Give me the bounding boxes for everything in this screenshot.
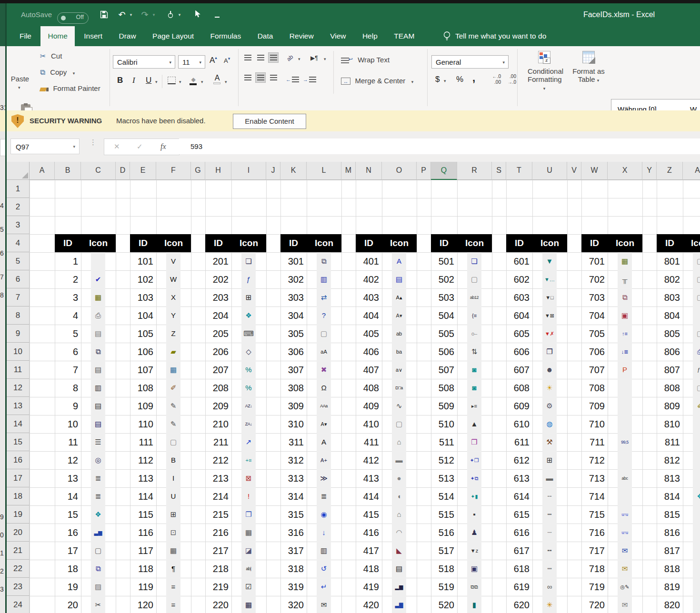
cell-icon[interactable]: ≣ [91, 469, 105, 487]
cell-id[interactable]: 512 [431, 451, 457, 469]
cell-icon[interactable]: W [166, 270, 180, 288]
row-header-14[interactable]: 14 [7, 415, 30, 433]
cell-id[interactable]: 215 [205, 505, 231, 524]
cell-icon[interactable]: ☀ [542, 379, 557, 397]
bold-button[interactable]: B [117, 76, 123, 85]
cut-button[interactable]: ✂ Cut [40, 52, 62, 62]
cell-id[interactable]: 811 [657, 433, 683, 451]
cell-icon[interactable]: ❐ [542, 343, 557, 361]
cell-icon[interactable]: ◎ [91, 451, 105, 469]
column-header-C[interactable]: C [81, 162, 116, 180]
cell-id[interactable]: 106 [130, 343, 156, 361]
row-header-4[interactable]: 4 [7, 234, 30, 252]
cell-icon[interactable]: ☰ [91, 433, 105, 451]
cell-icon[interactable]: ✦⧉ [467, 469, 481, 487]
cell-id[interactable]: 210 [205, 415, 231, 433]
cell-id[interactable]: 208 [205, 379, 231, 397]
orientation-button[interactable]: ab [285, 53, 294, 62]
cell-icon[interactable]: ▸≡ [467, 397, 481, 415]
shrink-font-button[interactable]: A▾ [224, 57, 230, 64]
cell-icon[interactable]: ▰ [166, 343, 180, 361]
cell-id[interactable]: 409 [356, 397, 382, 415]
cell-icon[interactable]: ● [392, 469, 406, 487]
cell-id[interactable]: 815 [657, 505, 683, 524]
cell-icon[interactable]: ✳ [542, 596, 557, 613]
cell-id[interactable]: 613 [506, 469, 532, 487]
tab-help[interactable]: Help [355, 26, 385, 46]
underline-caret-icon[interactable]: ▾ [155, 79, 158, 84]
row-header-7[interactable]: 7 [7, 288, 30, 306]
cell-id[interactable]: 714 [581, 487, 608, 505]
decrease-indent-button[interactable]: ← [286, 75, 299, 83]
merge-center-button[interactable]: ↔ Merge & Center ▾ [341, 77, 413, 85]
cell-id[interactable]: 710 [581, 415, 608, 433]
tab-review[interactable]: Review [282, 26, 321, 46]
cell-icon[interactable]: ❏ [467, 252, 481, 270]
cell-id[interactable]: 711 [581, 433, 608, 451]
cell-id[interactable]: 201 [205, 252, 231, 270]
cell-icon[interactable]: ┅ [542, 505, 557, 524]
cell-icon[interactable]: ❖ [91, 505, 105, 524]
cell-id[interactable]: 217 [205, 542, 231, 560]
column-header-P[interactable]: P [417, 162, 431, 180]
cell-id[interactable]: 406 [356, 343, 382, 361]
cell-id[interactable]: 214 [205, 487, 231, 505]
column-header-L[interactable]: L [307, 162, 341, 180]
cell-id[interactable]: 520 [431, 596, 457, 613]
cell-id[interactable]: 620 [506, 596, 532, 613]
cell-id[interactable]: 505 [431, 325, 457, 343]
cell-id[interactable]: 305 [280, 325, 307, 343]
cell-icon[interactable]: aA [317, 343, 331, 361]
cell-id[interactable]: 104 [130, 306, 156, 325]
middle-align-button[interactable] [256, 53, 265, 62]
cell-id[interactable]: 816 [657, 524, 683, 542]
select-all-corner[interactable] [7, 162, 30, 180]
cell-icon[interactable]: ▢ [693, 270, 700, 288]
tab-insert[interactable]: Insert [77, 26, 110, 46]
cell-icon[interactable]: ⌨ [241, 325, 256, 343]
cell-id[interactable]: 709 [581, 397, 608, 415]
cell-id[interactable]: 602 [506, 270, 532, 288]
cell-id[interactable]: 309 [280, 397, 307, 415]
cell-id[interactable]: 606 [506, 343, 532, 361]
cell-icon[interactable]: ⌂ [392, 433, 406, 451]
cell-icon[interactable]: ❖ [693, 487, 700, 505]
cell-icon[interactable]: ⊞ [166, 505, 180, 524]
cell-id[interactable]: 108 [130, 379, 156, 397]
cell-id[interactable]: 307 [280, 361, 307, 379]
cell-id[interactable]: 419 [356, 578, 382, 596]
borders-button[interactable] [168, 77, 176, 86]
cell-id[interactable]: 4 [55, 306, 81, 325]
cell-icon[interactable]: ▢ [166, 433, 180, 451]
cell-id[interactable]: 5 [55, 325, 81, 343]
name-box[interactable]: Q97 ▾ [10, 138, 80, 154]
cell-icon[interactable]: ▥ [317, 542, 331, 560]
cell-icon[interactable]: I [166, 469, 180, 487]
cell-id[interactable]: 701 [581, 252, 608, 270]
row-header-3[interactable]: 3 [7, 216, 30, 234]
cell-icon[interactable]: ▣ [467, 560, 481, 578]
cell-icon[interactable]: ab [392, 325, 406, 343]
cell-icon[interactable]: P [618, 361, 632, 379]
column-header-O[interactable]: O [382, 162, 417, 180]
cell-id[interactable]: 614 [506, 487, 532, 505]
cell-icon[interactable]: ∞ [542, 578, 557, 596]
cell-id[interactable]: 119 [130, 578, 156, 596]
column-header-A[interactable]: A [30, 162, 55, 180]
cell-icon[interactable]: ◍ [542, 415, 557, 433]
cell-id[interactable]: 20 [55, 596, 81, 613]
cell-icon[interactable]: ≡ [166, 578, 180, 596]
cell-id[interactable]: 707 [581, 361, 608, 379]
cell-id[interactable]: 504 [431, 306, 457, 325]
cell-id[interactable]: 319 [280, 578, 307, 596]
cell-icon[interactable]: ↺ [317, 560, 331, 578]
font-size-combo[interactable]: 11 ▾ [178, 55, 205, 69]
cell-id[interactable]: 202 [205, 270, 231, 288]
cell-icon[interactable]: ▨ [91, 578, 105, 596]
cell-icon[interactable]: A [392, 252, 406, 270]
cell-icon[interactable]: ◙ [467, 361, 481, 379]
cell-id[interactable]: 303 [280, 288, 307, 306]
cell-id[interactable]: 617 [506, 542, 532, 560]
row-header-18[interactable]: 18 [7, 487, 30, 505]
cell-id[interactable]: 404 [356, 306, 382, 325]
